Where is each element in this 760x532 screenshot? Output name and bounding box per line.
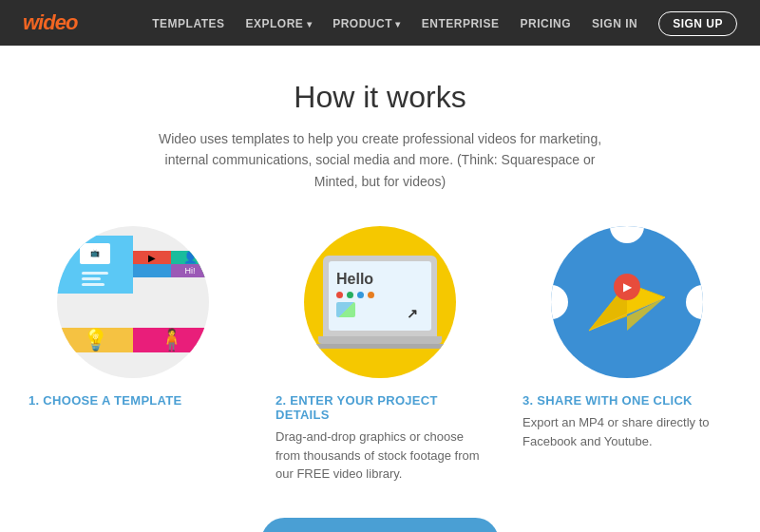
step-3: ▶ 3. SHARE WITH ONE CLICK Export an MP4 …: [522, 226, 732, 484]
screen-image-placeholder: [336, 302, 355, 317]
step-1-label: 1. CHOOSE A TEMPLATE: [28, 393, 238, 408]
create-video-button[interactable]: CREATE A VIDEO: [261, 518, 499, 532]
nav-enterprise[interactable]: ENTERPRISE: [422, 17, 500, 30]
cta-section: CREATE A VIDEO: [19, 518, 741, 532]
step-2-image: Hello ↗: [304, 226, 456, 378]
step-2: Hello ↗: [276, 226, 484, 484]
logo[interactable]: wideo: [23, 10, 77, 35]
nav-product[interactable]: PRODUCT: [332, 17, 401, 30]
step-2-label: 2. ENTER YOUR PROJECT DETAILS: [276, 393, 484, 422]
screen-dots: [336, 292, 374, 298]
laptop-foot: [309, 344, 451, 349]
play-badge: ▶: [614, 274, 640, 300]
cursor-icon: ↗: [407, 306, 418, 321]
nav-links: TEMPLATES EXPLORE PRODUCT ENTERPRISE PRI…: [152, 14, 737, 31]
navbar: wideo TEMPLATES EXPLORE PRODUCT ENTERPRI…: [0, 0, 760, 46]
nav-signin[interactable]: SIGN IN: [592, 17, 637, 30]
nav-templates[interactable]: TEMPLATES: [152, 17, 224, 30]
main-content: How it works Wideo uses templates to hel…: [0, 46, 760, 532]
play-icon: ▶: [623, 280, 632, 294]
nav-explore[interactable]: EXPLORE: [246, 17, 313, 30]
screen-hello-text: Hello: [336, 271, 373, 288]
laptop-base: [318, 336, 442, 344]
nav-signup[interactable]: SIGN UP: [658, 11, 737, 36]
step-1: 📺 ▶ 👤: [28, 226, 238, 484]
step-2-desc: Drag-and-drop graphics or choose from th…: [276, 429, 480, 481]
step-3-label: 3. SHARE WITH ONE CLICK: [522, 393, 732, 408]
step-1-image: 📺 ▶ 👤: [57, 226, 209, 378]
step-3-image: ▶: [551, 226, 703, 378]
nav-pricing[interactable]: PRICING: [520, 17, 571, 30]
cutout-left: [551, 285, 568, 319]
cutout-top: [610, 226, 644, 243]
cutout-right: [686, 285, 703, 319]
section-description: Wideo uses templates to help you create …: [152, 128, 608, 192]
steps-container: 📺 ▶ 👤: [19, 226, 741, 484]
page-title: How it works: [19, 80, 741, 115]
step-3-desc: Export an MP4 or share directly to Faceb…: [522, 415, 710, 448]
